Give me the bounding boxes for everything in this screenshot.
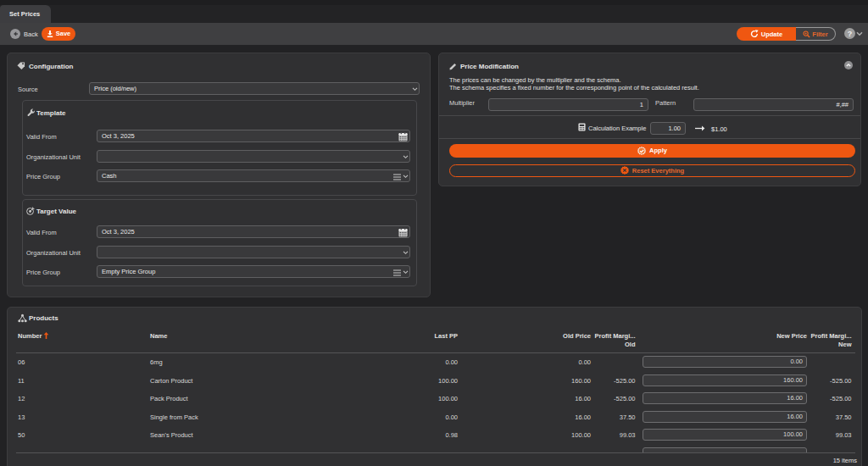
svg-text:?: ? (848, 30, 853, 38)
